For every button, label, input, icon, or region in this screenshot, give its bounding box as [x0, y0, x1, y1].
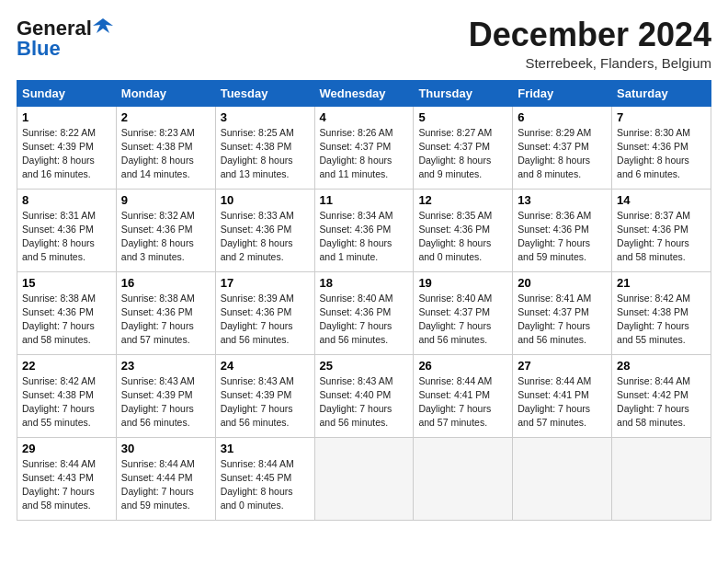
day-number: 1: [22, 110, 111, 124]
day-info: Sunrise: 8:27 AMSunset: 4:37 PMDaylight:…: [418, 126, 507, 182]
day-cell-6: 6Sunrise: 8:29 AMSunset: 4:37 PMDaylight…: [513, 106, 612, 189]
day-cell-10: 10Sunrise: 8:33 AMSunset: 4:36 PMDayligh…: [215, 189, 314, 271]
day-number: 18: [320, 276, 409, 290]
day-info: Sunrise: 8:30 AMSunset: 4:36 PMDaylight:…: [617, 126, 706, 182]
day-info: Sunrise: 8:44 AMSunset: 4:42 PMDaylight:…: [617, 374, 706, 431]
day-info: Sunrise: 8:44 AMSunset: 4:45 PMDaylight:…: [221, 457, 310, 513]
logo-bird-icon: [93, 17, 113, 37]
day-number: 22: [22, 359, 111, 373]
day-info: Sunrise: 8:43 AMSunset: 4:39 PMDaylight:…: [221, 374, 310, 431]
day-info: Sunrise: 8:29 AMSunset: 4:37 PMDaylight:…: [518, 126, 607, 182]
day-cell-21: 21Sunrise: 8:42 AMSunset: 4:38 PMDayligh…: [612, 271, 711, 354]
calendar-table: SundayMondayTuesdayWednesdayThursdayFrid…: [17, 80, 711, 521]
day-info: Sunrise: 8:40 AMSunset: 4:37 PMDaylight:…: [418, 292, 507, 348]
empty-cell: [612, 437, 711, 520]
calendar-header-saturday: Saturday: [612, 80, 711, 106]
day-number: 24: [221, 359, 310, 373]
day-info: Sunrise: 8:44 AMSunset: 4:41 PMDaylight:…: [518, 374, 607, 431]
calendar-header-row: SundayMondayTuesdayWednesdayThursdayFrid…: [17, 80, 711, 106]
day-cell-1: 1Sunrise: 8:22 AMSunset: 4:39 PMDaylight…: [17, 106, 117, 189]
day-cell-16: 16Sunrise: 8:38 AMSunset: 4:36 PMDayligh…: [116, 271, 215, 354]
day-cell-2: 2Sunrise: 8:23 AMSunset: 4:38 PMDaylight…: [116, 106, 215, 189]
day-info: Sunrise: 8:43 AMSunset: 4:39 PMDaylight:…: [121, 374, 210, 431]
day-info: Sunrise: 8:42 AMSunset: 4:38 PMDaylight:…: [22, 374, 111, 431]
logo: General Blue: [17, 17, 113, 61]
day-info: Sunrise: 8:36 AMSunset: 4:36 PMDaylight:…: [518, 209, 607, 265]
day-number: 2: [121, 110, 210, 124]
day-number: 25: [320, 359, 409, 373]
day-info: Sunrise: 8:43 AMSunset: 4:40 PMDaylight:…: [320, 374, 409, 431]
day-number: 3: [221, 110, 310, 124]
calendar-header-tuesday: Tuesday: [215, 80, 314, 106]
day-info: Sunrise: 8:22 AMSunset: 4:39 PMDaylight:…: [22, 126, 111, 182]
day-info: Sunrise: 8:38 AMSunset: 4:36 PMDaylight:…: [121, 292, 210, 348]
day-number: 5: [418, 110, 507, 124]
calendar-week-5: 29Sunrise: 8:44 AMSunset: 4:43 PMDayligh…: [17, 437, 711, 520]
day-info: Sunrise: 8:33 AMSunset: 4:36 PMDaylight:…: [221, 209, 310, 265]
day-info: Sunrise: 8:44 AMSunset: 4:41 PMDaylight:…: [418, 374, 507, 431]
day-number: 4: [320, 110, 409, 124]
day-info: Sunrise: 8:39 AMSunset: 4:36 PMDaylight:…: [221, 292, 310, 348]
day-info: Sunrise: 8:25 AMSunset: 4:38 PMDaylight:…: [221, 126, 310, 182]
calendar-week-3: 15Sunrise: 8:38 AMSunset: 4:36 PMDayligh…: [17, 271, 711, 354]
day-info: Sunrise: 8:31 AMSunset: 4:36 PMDaylight:…: [22, 209, 111, 265]
day-number: 20: [518, 276, 607, 290]
calendar-week-4: 22Sunrise: 8:42 AMSunset: 4:38 PMDayligh…: [17, 354, 711, 437]
day-cell-11: 11Sunrise: 8:34 AMSunset: 4:36 PMDayligh…: [314, 189, 414, 271]
day-cell-12: 12Sunrise: 8:35 AMSunset: 4:36 PMDayligh…: [414, 189, 513, 271]
day-number: 31: [221, 442, 310, 455]
title-block: December 2024 Sterrebeek, Flanders, Belg…: [469, 17, 711, 71]
day-info: Sunrise: 8:23 AMSunset: 4:38 PMDaylight:…: [121, 126, 210, 182]
day-cell-26: 26Sunrise: 8:44 AMSunset: 4:41 PMDayligh…: [414, 354, 513, 437]
logo-blue: Blue: [17, 37, 61, 61]
day-number: 17: [221, 276, 310, 290]
month-title: December 2024: [469, 17, 711, 53]
day-number: 28: [617, 359, 706, 373]
day-number: 14: [617, 193, 706, 207]
calendar-header-wednesday: Wednesday: [314, 80, 414, 106]
day-number: 19: [418, 276, 507, 290]
day-number: 26: [418, 359, 507, 373]
day-info: Sunrise: 8:40 AMSunset: 4:36 PMDaylight:…: [320, 292, 409, 348]
day-cell-15: 15Sunrise: 8:38 AMSunset: 4:36 PMDayligh…: [17, 271, 117, 354]
empty-cell: [414, 437, 513, 520]
day-cell-25: 25Sunrise: 8:43 AMSunset: 4:40 PMDayligh…: [314, 354, 414, 437]
day-info: Sunrise: 8:41 AMSunset: 4:37 PMDaylight:…: [518, 292, 607, 348]
day-info: Sunrise: 8:32 AMSunset: 4:36 PMDaylight:…: [121, 209, 210, 265]
day-cell-22: 22Sunrise: 8:42 AMSunset: 4:38 PMDayligh…: [17, 354, 117, 437]
day-number: 27: [518, 359, 607, 373]
day-cell-30: 30Sunrise: 8:44 AMSunset: 4:44 PMDayligh…: [116, 437, 215, 520]
day-cell-27: 27Sunrise: 8:44 AMSunset: 4:41 PMDayligh…: [513, 354, 612, 437]
day-cell-28: 28Sunrise: 8:44 AMSunset: 4:42 PMDayligh…: [612, 354, 711, 437]
day-info: Sunrise: 8:44 AMSunset: 4:44 PMDaylight:…: [121, 457, 210, 513]
day-number: 15: [22, 276, 111, 290]
day-info: Sunrise: 8:26 AMSunset: 4:37 PMDaylight:…: [320, 126, 409, 182]
day-number: 13: [518, 193, 607, 207]
day-number: 11: [320, 193, 409, 207]
day-cell-19: 19Sunrise: 8:40 AMSunset: 4:37 PMDayligh…: [414, 271, 513, 354]
day-number: 8: [22, 193, 111, 207]
day-cell-20: 20Sunrise: 8:41 AMSunset: 4:37 PMDayligh…: [513, 271, 612, 354]
empty-cell: [513, 437, 612, 520]
location: Sterrebeek, Flanders, Belgium: [469, 55, 711, 71]
day-number: 16: [121, 276, 210, 290]
day-cell-17: 17Sunrise: 8:39 AMSunset: 4:36 PMDayligh…: [215, 271, 314, 354]
header: General Blue December 2024 Sterrebeek, F…: [17, 17, 711, 71]
day-info: Sunrise: 8:37 AMSunset: 4:36 PMDaylight:…: [617, 209, 706, 265]
day-cell-13: 13Sunrise: 8:36 AMSunset: 4:36 PMDayligh…: [513, 189, 612, 271]
day-cell-31: 31Sunrise: 8:44 AMSunset: 4:45 PMDayligh…: [215, 437, 314, 520]
day-info: Sunrise: 8:42 AMSunset: 4:38 PMDaylight:…: [617, 292, 706, 348]
day-cell-29: 29Sunrise: 8:44 AMSunset: 4:43 PMDayligh…: [17, 437, 117, 520]
page: General Blue December 2024 Sterrebeek, F…: [0, 0, 728, 532]
day-info: Sunrise: 8:34 AMSunset: 4:36 PMDaylight:…: [320, 209, 409, 265]
day-cell-14: 14Sunrise: 8:37 AMSunset: 4:36 PMDayligh…: [612, 189, 711, 271]
day-number: 7: [617, 110, 706, 124]
day-cell-7: 7Sunrise: 8:30 AMSunset: 4:36 PMDaylight…: [612, 106, 711, 189]
day-cell-4: 4Sunrise: 8:26 AMSunset: 4:37 PMDaylight…: [314, 106, 414, 189]
calendar-week-1: 1Sunrise: 8:22 AMSunset: 4:39 PMDaylight…: [17, 106, 711, 189]
svg-marker-0: [93, 18, 113, 33]
day-cell-3: 3Sunrise: 8:25 AMSunset: 4:38 PMDaylight…: [215, 106, 314, 189]
calendar-header-sunday: Sunday: [17, 80, 117, 106]
day-info: Sunrise: 8:38 AMSunset: 4:36 PMDaylight:…: [22, 292, 111, 348]
day-cell-23: 23Sunrise: 8:43 AMSunset: 4:39 PMDayligh…: [116, 354, 215, 437]
